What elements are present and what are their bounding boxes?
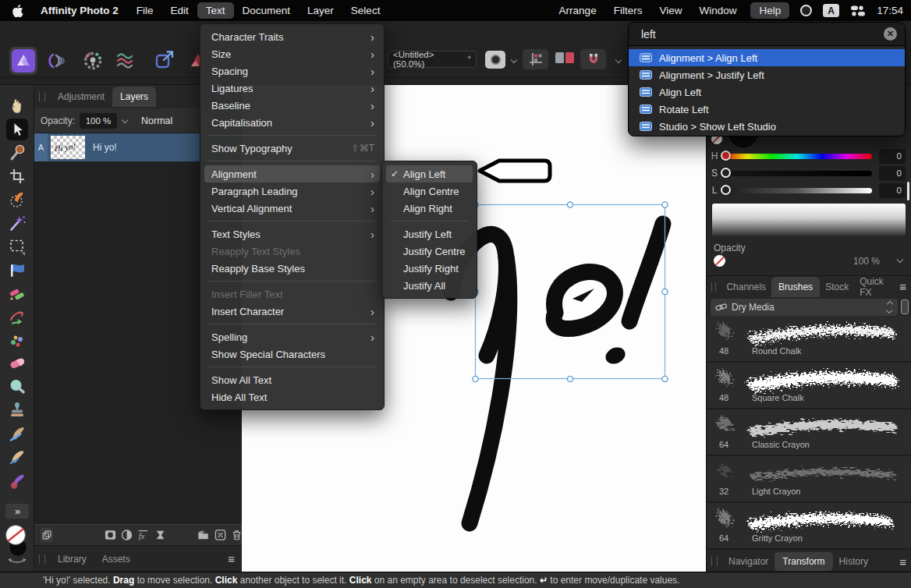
menu-item-show-typography[interactable]: Show Typography⇧⌘T (200, 140, 384, 157)
tab-channels[interactable]: Channels (721, 277, 771, 297)
help-result-show-left-studio[interactable]: Studio > Show Left Studio (629, 118, 905, 135)
clear-search-icon[interactable]: ✕ (884, 27, 897, 41)
more-tools-button[interactable]: » (5, 504, 29, 519)
liquify-persona-icon[interactable] (112, 47, 140, 75)
brush-gritty-crayon[interactable]: 64 Gritty Crayon (707, 503, 911, 550)
assistant-icon[interactable] (485, 51, 505, 69)
menu-edit[interactable]: Edit (162, 2, 197, 19)
tab-history[interactable]: History (833, 552, 874, 571)
menu-help[interactable]: Help (750, 2, 789, 19)
tab-layers[interactable]: Layers (112, 87, 156, 107)
lightness-slider[interactable] (722, 188, 872, 193)
panel-menu-icon[interactable]: ≡ (220, 552, 242, 565)
tab-transform[interactable]: Transform (775, 552, 832, 571)
color-opacity-chevron-icon[interactable] (897, 257, 904, 264)
opacity-none-swatch[interactable] (714, 255, 725, 267)
brushes-menu-icon[interactable]: ≡ (893, 280, 911, 293)
color-picker-tool-icon[interactable] (6, 142, 28, 164)
edit-all-layers-icon[interactable] (41, 528, 53, 542)
menu-item-show-special-characters[interactable]: Show Special Characters (200, 345, 384, 363)
panel-grip[interactable] (711, 282, 716, 292)
submenu-item-justify-centre[interactable]: Justify Centre (382, 243, 477, 260)
help-search-field[interactable]: left ✕ (629, 23, 905, 46)
guides-icon[interactable] (523, 49, 548, 69)
panel-grip[interactable] (39, 554, 45, 564)
menu-item-vertical-alignment[interactable]: Vertical Alignment› (200, 200, 384, 217)
crop-tool-icon[interactable] (6, 165, 28, 187)
menu-item-alignment[interactable]: Alignment› (204, 165, 380, 182)
menu-layer[interactable]: Layer (299, 2, 342, 19)
snapping-magnet-icon[interactable] (580, 49, 606, 69)
menu-item-spacing[interactable]: Spacing› (200, 62, 384, 80)
transform-menu-icon[interactable]: ≡ (893, 555, 911, 569)
saturation-value[interactable]: 0 (879, 166, 906, 181)
erase-tools-icon[interactable] (6, 282, 28, 304)
blur-tool-icon[interactable] (6, 376, 28, 398)
live-filter-icon[interactable] (155, 529, 165, 541)
hue-slider[interactable] (722, 154, 872, 159)
export-persona-icon[interactable] (151, 47, 179, 75)
node-tool-icon[interactable] (6, 306, 28, 328)
menu-item-paragraph-leading[interactable]: Paragraph Leading› (200, 182, 384, 200)
menu-item-text-styles[interactable]: Text Styles› (200, 225, 384, 243)
selection-brush-tool-icon[interactable] (6, 189, 28, 211)
opacity-chevron-icon[interactable] (122, 117, 129, 124)
submenu-item-justify-left[interactable]: Justify Left (382, 225, 477, 243)
clone-stamp-tool-icon[interactable] (6, 399, 28, 421)
develop-persona-icon[interactable] (45, 47, 73, 75)
mask-layer-icon[interactable] (105, 529, 116, 541)
menu-view[interactable]: View (656, 2, 685, 19)
move-tool-icon[interactable] (6, 119, 28, 140)
panel-grip[interactable] (711, 557, 718, 566)
saturation-slider[interactable] (722, 171, 872, 176)
help-result-rotate-left[interactable]: Rotate Left (629, 101, 905, 118)
assistant-chevron-icon[interactable] (511, 57, 518, 64)
hue-value[interactable]: 0 (879, 149, 906, 164)
brush-round-chalk[interactable]: 48 Round Chalk (707, 316, 911, 363)
tone-mapping-persona-icon[interactable] (79, 47, 107, 75)
help-result-justify-left[interactable]: Alignment > Justify Left (629, 66, 905, 83)
flood-select-tool-icon[interactable] (6, 212, 28, 234)
menu-item-hide-all-text[interactable]: Hide All Text (200, 388, 384, 406)
submenu-item-justify-all[interactable]: Justify All (382, 277, 477, 294)
apple-menu[interactable] (0, 3, 31, 19)
tab-library[interactable]: Library (50, 549, 94, 569)
fill-tool-icon[interactable] (6, 259, 28, 281)
tab-assets[interactable]: Assets (94, 549, 138, 569)
submenu-item-justify-right[interactable]: Justify Right (382, 260, 477, 277)
tab-stock[interactable]: Stock (820, 277, 854, 297)
menu-item-capitalisation[interactable]: Capitalisation› (200, 114, 384, 131)
menu-text[interactable]: Text (197, 2, 234, 19)
tab-navigator[interactable]: Navigator (722, 552, 775, 571)
dodge-tool-icon[interactable] (6, 446, 28, 468)
document-tab[interactable]: <Untitled> (50.0%) * (388, 51, 477, 68)
menu-item-size[interactable]: Size› (200, 45, 384, 62)
new-layer-icon[interactable] (214, 529, 226, 541)
brush-square-chalk[interactable]: 48 Square Chalk (707, 363, 911, 409)
smudge-tool-icon[interactable] (6, 423, 28, 445)
menu-arrange[interactable]: Arrange (556, 2, 600, 19)
view-tool-hand-icon[interactable] (6, 95, 28, 117)
menu-document[interactable]: Document (234, 2, 300, 19)
margins-icon[interactable] (555, 52, 574, 63)
marquee-tool-icon[interactable] (6, 236, 28, 257)
color-wells[interactable] (2, 522, 33, 565)
menu-file[interactable]: File (128, 2, 162, 19)
submenu-item-align-centre[interactable]: Align Centre (382, 182, 477, 200)
opacity-input[interactable]: 100 % (80, 113, 117, 129)
photo-persona-icon[interactable] (9, 47, 37, 75)
brush-panel-toggle-icon[interactable] (901, 299, 909, 314)
tab-brushes[interactable]: Brushes (771, 277, 820, 297)
scrollbar-thumb[interactable] (907, 182, 909, 200)
color-opacity-value[interactable]: 100 % (853, 256, 880, 267)
control-center-icon[interactable] (850, 5, 866, 17)
menu-item-baseline[interactable]: Baseline› (200, 97, 384, 114)
panel-grip[interactable] (39, 92, 45, 101)
menu-item-show-all-text[interactable]: Show All Text (200, 371, 384, 388)
adjustment-layer-icon[interactable] (121, 529, 133, 541)
brush-category-select[interactable]: Dry Media (711, 299, 898, 316)
blend-mode-select[interactable]: Normal (141, 115, 172, 126)
submenu-item-align-right[interactable]: Align Right (382, 200, 477, 217)
snapping-chevron-icon[interactable] (615, 57, 622, 64)
menu-item-spelling[interactable]: Spelling› (200, 328, 384, 345)
